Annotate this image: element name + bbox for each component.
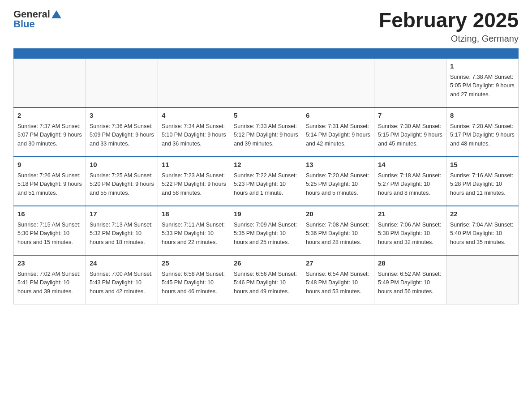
table-cell: 24Sunrise: 7:00 AM Sunset: 5:43 PM Dayli… [86, 255, 158, 304]
col-monday [86, 48, 158, 58]
day-number: 19 [234, 209, 298, 219]
day-info: Sunrise: 7:08 AM Sunset: 5:36 PM Dayligh… [306, 221, 370, 247]
day-number: 3 [90, 111, 154, 121]
day-number: 26 [234, 258, 298, 269]
day-info: Sunrise: 7:36 AM Sunset: 5:09 PM Dayligh… [90, 122, 154, 148]
table-cell: 18Sunrise: 7:11 AM Sunset: 5:33 PM Dayli… [158, 206, 230, 255]
day-info: Sunrise: 7:26 AM Sunset: 5:18 PM Dayligh… [17, 171, 82, 197]
day-number: 24 [90, 258, 154, 269]
table-cell: 11Sunrise: 7:23 AM Sunset: 5:22 PM Dayli… [158, 157, 230, 206]
day-info: Sunrise: 7:30 AM Sunset: 5:15 PM Dayligh… [378, 122, 442, 148]
day-number: 20 [306, 209, 370, 219]
table-cell: 19Sunrise: 7:09 AM Sunset: 5:35 PM Dayli… [230, 206, 302, 255]
day-number: 25 [162, 258, 226, 269]
day-info: Sunrise: 6:58 AM Sunset: 5:45 PM Dayligh… [162, 270, 226, 296]
table-cell: 8Sunrise: 7:28 AM Sunset: 5:17 PM Daylig… [446, 107, 519, 157]
day-info: Sunrise: 7:38 AM Sunset: 5:05 PM Dayligh… [450, 73, 515, 99]
table-cell: 4Sunrise: 7:34 AM Sunset: 5:10 PM Daylig… [158, 107, 230, 157]
table-cell [374, 58, 446, 107]
day-info: Sunrise: 7:37 AM Sunset: 5:07 PM Dayligh… [17, 122, 82, 148]
day-number: 16 [17, 209, 82, 219]
day-info: Sunrise: 6:52 AM Sunset: 5:49 PM Dayligh… [378, 270, 442, 296]
calendar: 1Sunrise: 7:38 AM Sunset: 5:05 PM Daylig… [13, 48, 519, 305]
col-saturday [446, 48, 519, 58]
table-cell: 12Sunrise: 7:22 AM Sunset: 5:23 PM Dayli… [230, 157, 302, 206]
day-number: 14 [378, 160, 442, 170]
day-number: 7 [378, 111, 442, 121]
table-cell: 27Sunrise: 6:54 AM Sunset: 5:48 PM Dayli… [302, 255, 374, 304]
col-wednesday [230, 48, 302, 58]
day-info: Sunrise: 7:11 AM Sunset: 5:33 PM Dayligh… [162, 221, 226, 247]
day-info: Sunrise: 7:22 AM Sunset: 5:23 PM Dayligh… [234, 171, 298, 197]
day-info: Sunrise: 7:04 AM Sunset: 5:40 PM Dayligh… [450, 221, 515, 247]
day-info: Sunrise: 7:34 AM Sunset: 5:10 PM Dayligh… [162, 122, 226, 148]
day-number: 15 [450, 160, 515, 170]
day-number: 8 [450, 111, 515, 121]
day-number: 10 [90, 160, 154, 170]
day-number: 11 [162, 160, 226, 170]
table-cell [230, 58, 302, 107]
day-info: Sunrise: 7:06 AM Sunset: 5:38 PM Dayligh… [378, 221, 442, 247]
table-cell: 17Sunrise: 7:13 AM Sunset: 5:32 PM Dayli… [86, 206, 158, 255]
col-tuesday [158, 48, 230, 58]
week-row-2: 2Sunrise: 7:37 AM Sunset: 5:07 PM Daylig… [14, 107, 519, 157]
table-cell: 25Sunrise: 6:58 AM Sunset: 5:45 PM Dayli… [158, 255, 230, 304]
day-number: 5 [234, 111, 298, 121]
week-row-4: 16Sunrise: 7:15 AM Sunset: 5:30 PM Dayli… [14, 206, 519, 255]
day-info: Sunrise: 7:33 AM Sunset: 5:12 PM Dayligh… [234, 122, 298, 148]
week-row-1: 1Sunrise: 7:38 AM Sunset: 5:05 PM Daylig… [14, 58, 519, 107]
day-number: 6 [306, 111, 370, 121]
day-number: 23 [17, 258, 82, 269]
page-header: General Blue February 2025 Otzing, Germa… [13, 9, 519, 44]
day-info: Sunrise: 7:09 AM Sunset: 5:35 PM Dayligh… [234, 221, 298, 247]
day-number: 1 [450, 61, 515, 72]
day-number: 27 [306, 258, 370, 269]
table-cell [446, 255, 519, 304]
month-title: February 2025 [379, 9, 519, 32]
table-cell: 2Sunrise: 7:37 AM Sunset: 5:07 PM Daylig… [14, 107, 86, 157]
day-info: Sunrise: 6:54 AM Sunset: 5:48 PM Dayligh… [306, 270, 370, 296]
day-info: Sunrise: 7:18 AM Sunset: 5:27 PM Dayligh… [378, 171, 442, 197]
day-number: 2 [17, 111, 82, 121]
table-cell: 13Sunrise: 7:20 AM Sunset: 5:25 PM Dayli… [302, 157, 374, 206]
table-cell [14, 58, 86, 107]
table-cell [86, 58, 158, 107]
table-cell: 10Sunrise: 7:25 AM Sunset: 5:20 PM Dayli… [86, 157, 158, 206]
table-cell: 16Sunrise: 7:15 AM Sunset: 5:30 PM Dayli… [14, 206, 86, 255]
day-info: Sunrise: 7:15 AM Sunset: 5:30 PM Dayligh… [17, 221, 82, 247]
table-cell: 14Sunrise: 7:18 AM Sunset: 5:27 PM Dayli… [374, 157, 446, 206]
day-number: 4 [162, 111, 226, 121]
table-cell: 20Sunrise: 7:08 AM Sunset: 5:36 PM Dayli… [302, 206, 374, 255]
day-info: Sunrise: 7:31 AM Sunset: 5:14 PM Dayligh… [306, 122, 370, 148]
col-thursday [302, 48, 374, 58]
logo: General Blue [13, 9, 62, 30]
week-row-5: 23Sunrise: 7:02 AM Sunset: 5:41 PM Dayli… [14, 255, 519, 304]
col-friday [374, 48, 446, 58]
table-cell: 23Sunrise: 7:02 AM Sunset: 5:41 PM Dayli… [14, 255, 86, 304]
table-cell: 3Sunrise: 7:36 AM Sunset: 5:09 PM Daylig… [86, 107, 158, 157]
week-row-3: 9Sunrise: 7:26 AM Sunset: 5:18 PM Daylig… [14, 157, 519, 206]
day-info: Sunrise: 7:16 AM Sunset: 5:28 PM Dayligh… [450, 171, 515, 197]
table-cell: 22Sunrise: 7:04 AM Sunset: 5:40 PM Dayli… [446, 206, 519, 255]
day-info: Sunrise: 7:28 AM Sunset: 5:17 PM Dayligh… [450, 122, 515, 148]
svg-marker-0 [51, 10, 61, 18]
location: Otzing, Germany [379, 34, 519, 44]
day-number: 18 [162, 209, 226, 219]
day-info: Sunrise: 7:20 AM Sunset: 5:25 PM Dayligh… [306, 171, 370, 197]
table-cell: 5Sunrise: 7:33 AM Sunset: 5:12 PM Daylig… [230, 107, 302, 157]
day-number: 17 [90, 209, 154, 219]
table-cell: 9Sunrise: 7:26 AM Sunset: 5:18 PM Daylig… [14, 157, 86, 206]
day-info: Sunrise: 7:23 AM Sunset: 5:22 PM Dayligh… [162, 171, 226, 197]
table-cell: 21Sunrise: 7:06 AM Sunset: 5:38 PM Dayli… [374, 206, 446, 255]
day-number: 13 [306, 160, 370, 170]
day-number: 22 [450, 209, 515, 219]
day-number: 21 [378, 209, 442, 219]
day-number: 28 [378, 258, 442, 269]
day-info: Sunrise: 6:56 AM Sunset: 5:46 PM Dayligh… [234, 270, 298, 296]
day-info: Sunrise: 7:25 AM Sunset: 5:20 PM Dayligh… [90, 171, 154, 197]
table-cell: 15Sunrise: 7:16 AM Sunset: 5:28 PM Dayli… [446, 157, 519, 206]
table-cell: 6Sunrise: 7:31 AM Sunset: 5:14 PM Daylig… [302, 107, 374, 157]
table-cell: 28Sunrise: 6:52 AM Sunset: 5:49 PM Dayli… [374, 255, 446, 304]
table-cell: 1Sunrise: 7:38 AM Sunset: 5:05 PM Daylig… [446, 58, 519, 107]
day-number: 12 [234, 160, 298, 170]
